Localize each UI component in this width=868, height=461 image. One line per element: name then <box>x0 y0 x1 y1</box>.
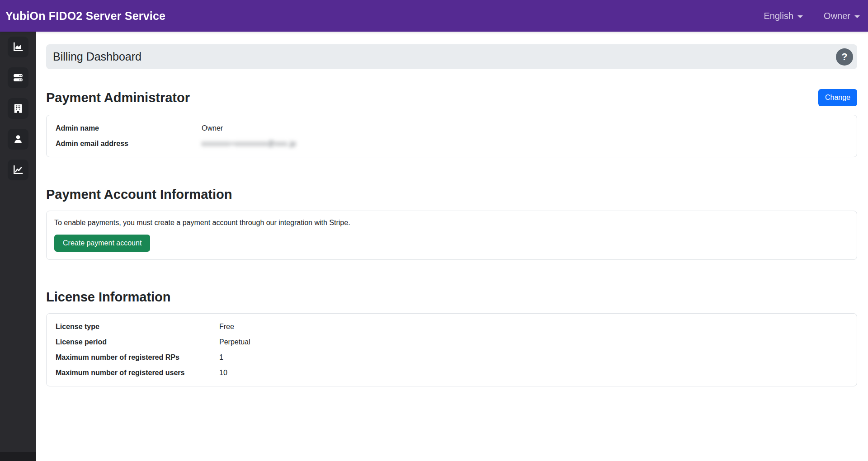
table-row: License type Free <box>48 319 254 334</box>
max-users-label: Maximum number of registered users <box>48 365 216 381</box>
sidebar-item-billing-dashboard[interactable] <box>8 37 28 57</box>
license-table: License type Free License period Perpetu… <box>48 319 254 381</box>
payment-account-heading: Payment Account Information <box>46 187 232 202</box>
stripe-integration-message: To enable payments, you must create a pa… <box>54 219 849 227</box>
admin-email-value: xxxxxxx+xxxxxxxx@xxx.jp <box>198 136 300 151</box>
redacted-email-value: xxxxxxx+xxxxxxxx@xxx.jp <box>202 140 296 147</box>
account-dropdown[interactable]: Owner <box>824 11 860 21</box>
payment-admin-section-header: Payment Administrator Change <box>46 89 857 106</box>
page-header-bar: Billing Dashboard ? <box>46 44 857 69</box>
license-type-value: Free <box>216 319 254 334</box>
payment-account-section-header: Payment Account Information <box>46 187 857 202</box>
chevron-down-icon <box>797 15 803 18</box>
max-users-value: 10 <box>216 365 254 381</box>
server-icon <box>13 72 24 83</box>
change-admin-button[interactable]: Change <box>818 89 857 106</box>
create-payment-account-button[interactable]: Create payment account <box>54 235 150 252</box>
sidebar-item-users[interactable] <box>8 129 28 150</box>
top-navbar: YubiOn FIDO2 Server Service English Owne… <box>0 0 868 32</box>
license-period-label: License period <box>48 334 216 350</box>
page-title: Billing Dashboard <box>53 50 142 63</box>
sidebar-footer <box>0 452 36 461</box>
main-content: Billing Dashboard ? Payment Administrato… <box>36 32 868 386</box>
license-section-header: License Information <box>46 290 857 305</box>
payment-account-card: To enable payments, you must create a pa… <box>46 211 857 260</box>
license-heading: License Information <box>46 290 171 305</box>
sidebar-item-organization[interactable] <box>8 98 28 119</box>
admin-email-label: Admin email address <box>48 136 198 151</box>
building-icon <box>13 103 24 114</box>
app-title[interactable]: YubiOn FIDO2 Server Service <box>5 9 165 23</box>
chart-area-icon <box>13 42 24 52</box>
payment-admin-heading: Payment Administrator <box>46 90 190 105</box>
payment-admin-table: Admin name Owner Admin email address xxx… <box>48 121 300 151</box>
chevron-down-icon <box>854 15 860 18</box>
language-dropdown[interactable]: English <box>764 11 803 21</box>
table-row: Maximum number of registered RPs 1 <box>48 350 254 365</box>
admin-name-label: Admin name <box>48 121 198 136</box>
admin-name-value: Owner <box>198 121 300 136</box>
license-card: License type Free License period Perpetu… <box>46 313 857 386</box>
max-rps-value: 1 <box>216 350 254 365</box>
payment-admin-card: Admin name Owner Admin email address xxx… <box>46 115 857 157</box>
table-row: License period Perpetual <box>48 334 254 350</box>
help-icon[interactable]: ? <box>836 48 853 66</box>
account-dropdown-label: Owner <box>824 11 850 21</box>
user-icon <box>13 134 24 145</box>
table-row: Maximum number of registered users 10 <box>48 365 254 381</box>
language-dropdown-label: English <box>764 11 793 21</box>
sidebar-item-statistics[interactable] <box>8 160 28 180</box>
table-row: Admin name Owner <box>48 121 300 136</box>
license-type-label: License type <box>48 319 216 334</box>
chart-line-icon <box>13 165 24 175</box>
license-period-value: Perpetual <box>216 334 254 350</box>
sidebar-item-rp-settings[interactable] <box>8 67 28 88</box>
max-rps-label: Maximum number of registered RPs <box>48 350 216 365</box>
table-row: Admin email address xxxxxxx+xxxxxxxx@xxx… <box>48 136 300 151</box>
sidebar <box>0 32 36 461</box>
navbar-right: English Owner <box>764 11 860 21</box>
